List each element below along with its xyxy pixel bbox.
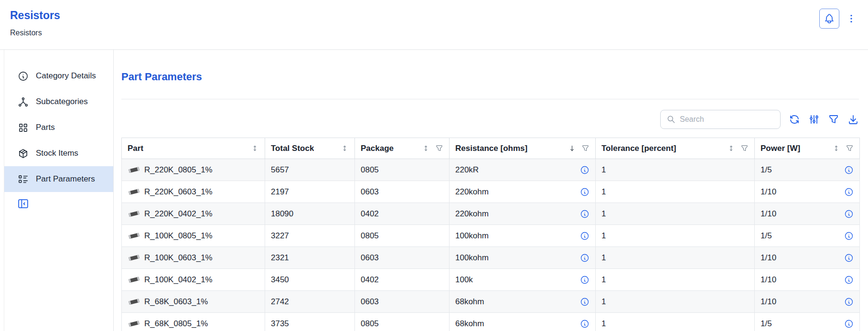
cell-part: R_100K_0603_1% <box>122 247 265 269</box>
collapse-sidebar-button[interactable] <box>17 198 29 210</box>
cell-value: 5657 <box>271 165 289 175</box>
info-button[interactable] <box>844 319 854 329</box>
cell-package: 0603 <box>355 291 450 313</box>
table-header-row: PartTotal StockPackageResistance [ohms]T… <box>122 138 860 159</box>
table-row[interactable]: R_68K_0603_1%2742060368kohm11/10 <box>122 291 860 313</box>
table-row[interactable]: R_220K_0603_1%21970603220kohm11/10 <box>122 181 860 203</box>
cell-power: 1/10 <box>755 181 860 203</box>
sort-icon[interactable] <box>251 144 259 152</box>
sidebar-item-part-parameters[interactable]: Part Parameters <box>4 166 113 192</box>
info-button[interactable] <box>844 209 854 219</box>
cell-value: 68kohm <box>455 319 484 329</box>
info-button[interactable] <box>580 209 589 219</box>
sidebar-item-category-details[interactable]: Category Details <box>4 63 113 89</box>
info-button[interactable] <box>580 297 589 307</box>
sidebar-item-label: Subcategories <box>36 97 88 107</box>
info-button[interactable] <box>844 165 854 175</box>
column-header-inner: Tolerance [percent] <box>601 144 749 153</box>
cell-value: 1 <box>601 319 606 329</box>
cell-tolerance: 1 <box>596 269 755 291</box>
search-box[interactable] <box>660 110 781 129</box>
cell-value: R_68K_0805_1% <box>144 319 208 329</box>
resistor-chip-icon <box>128 188 140 196</box>
table-row[interactable]: R_68K_0805_1%3735080568kohm11/5 <box>122 313 860 331</box>
sidebar-item-subcategories[interactable]: Subcategories <box>4 89 113 115</box>
column-filter-icon[interactable] <box>846 144 854 152</box>
cell-value: 100k <box>455 275 473 285</box>
sort-desc-icon[interactable] <box>568 144 576 152</box>
resistor-chip-icon <box>128 320 140 328</box>
info-icon <box>580 165 589 175</box>
info-button[interactable] <box>580 253 589 263</box>
column-header-part: Part <box>122 138 265 159</box>
info-button[interactable] <box>580 319 589 329</box>
cell-value: 0603 <box>361 187 379 197</box>
hierarchy-icon <box>18 96 29 107</box>
search-icon <box>666 115 676 124</box>
cell-content: R_100K_0805_1% <box>128 231 259 241</box>
kebab-menu-button[interactable] <box>845 9 857 29</box>
info-button[interactable] <box>844 253 854 263</box>
cell-content: R_220K_0402_1% <box>128 209 259 219</box>
column-filter-icon[interactable] <box>435 144 443 152</box>
cell-content: 3450 <box>271 275 349 285</box>
cell-value: 68kohm <box>455 297 484 307</box>
table-row[interactable]: R_100K_0603_1%23210603100kohm11/10 <box>122 247 860 269</box>
cell-content: 0805 <box>361 165 443 175</box>
column-filter-icon[interactable] <box>581 144 589 152</box>
cell-total-stock: 5657 <box>265 159 355 181</box>
info-button[interactable] <box>844 297 854 307</box>
sort-icon[interactable] <box>832 144 840 152</box>
cell-content: 100k <box>455 275 589 285</box>
header-actions <box>819 9 857 29</box>
table-row[interactable]: R_100K_0402_1%34500402100k11/10 <box>122 269 860 291</box>
sidebar-collapse-icon <box>17 198 29 210</box>
sort-icon[interactable] <box>341 144 349 152</box>
cell-content: 0805 <box>361 319 443 329</box>
info-icon <box>580 231 589 241</box>
notifications-button[interactable] <box>819 9 839 29</box>
info-button[interactable] <box>844 187 854 197</box>
info-button[interactable] <box>844 231 854 241</box>
refresh-button[interactable] <box>789 114 800 125</box>
grid-toolbar <box>121 110 859 129</box>
sidebar-item-stock-items[interactable]: Stock Items <box>4 140 113 166</box>
column-label: Package <box>361 144 394 153</box>
cell-content: 1 <box>601 319 749 329</box>
cell-value: 0805 <box>361 319 379 329</box>
cell-resistance: 100kohm <box>450 225 596 247</box>
column-settings-button[interactable] <box>808 114 820 125</box>
breadcrumb[interactable]: Resistors <box>10 29 60 37</box>
download-button[interactable] <box>847 114 859 125</box>
cell-content: R_68K_0805_1% <box>128 319 259 329</box>
sidebar-item-parts[interactable]: Parts <box>4 115 113 140</box>
table-row[interactable]: R_220K_0805_1%56570805220kR11/5 <box>122 159 860 181</box>
cell-value: 0805 <box>361 231 379 241</box>
cell-value: 220kohm <box>455 209 489 219</box>
column-label: Resistance [ohms] <box>455 144 527 153</box>
sort-icon[interactable] <box>422 144 430 152</box>
cell-content: 3227 <box>271 231 349 241</box>
cell-total-stock: 3735 <box>265 313 355 331</box>
column-header-icons <box>832 144 854 152</box>
search-input[interactable] <box>680 115 774 124</box>
cell-content: 220kR <box>455 165 589 175</box>
info-button[interactable] <box>580 165 589 175</box>
info-button[interactable] <box>580 231 589 241</box>
table-row[interactable]: R_100K_0805_1%32270805100kohm11/5 <box>122 225 860 247</box>
cell-power: 1/10 <box>755 291 860 313</box>
info-button[interactable] <box>580 275 589 285</box>
table-row[interactable]: R_220K_0402_1%180900402220kohm11/10 <box>122 203 860 225</box>
column-filter-icon[interactable] <box>740 144 749 152</box>
cell-value: 1 <box>601 165 606 175</box>
sort-icon[interactable] <box>727 144 735 152</box>
info-button[interactable] <box>844 275 854 285</box>
cell-part: R_220K_0402_1% <box>122 203 265 225</box>
cell-part: R_68K_0805_1% <box>122 313 265 331</box>
app-window: Resistors Resistors Category DetailsSubc… <box>0 0 868 331</box>
info-icon <box>580 297 589 307</box>
filter-button[interactable] <box>828 114 839 125</box>
cell-content: 0603 <box>361 297 443 307</box>
info-button[interactable] <box>580 187 589 197</box>
cell-value: 100kohm <box>455 253 489 263</box>
